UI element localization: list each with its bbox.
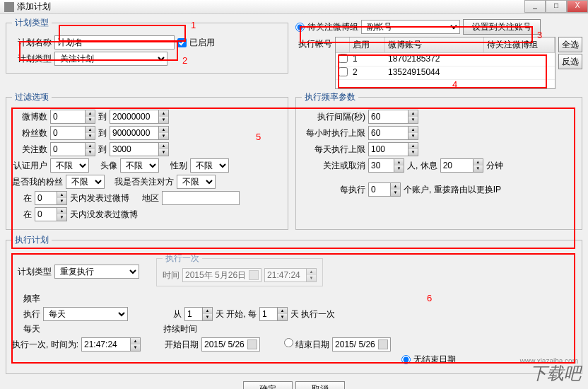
follow-from-input[interactable]: ▲▼	[50, 142, 95, 156]
cancel-button[interactable]: 取消	[295, 381, 345, 389]
exec-plantype-select[interactable]: 重复执行	[54, 265, 139, 279]
daylimit-label: 每天执行上限	[302, 144, 365, 156]
weibo-from-input[interactable]: ▲▼	[50, 110, 95, 124]
daily-time-input[interactable]: ▲▼	[81, 337, 141, 352]
exec-once-group: 执行一次 时间 2015年 5月26日 ▲▼	[156, 252, 323, 286]
annot-3: 3	[537, 30, 542, 40]
enabled-checkbox[interactable]	[177, 38, 187, 47]
exec-freq-select[interactable]: 每天	[43, 307, 128, 321]
plan-type-select[interactable]: 关注计划	[54, 52, 167, 66]
minimize-button[interactable]: _	[524, 0, 546, 13]
col-account: 微博账号	[385, 37, 484, 52]
avatar-label: 头像	[92, 160, 117, 172]
row-checkbox[interactable]	[339, 54, 348, 63]
group-radio[interactable]	[295, 23, 305, 32]
startdate-label: 开始日期	[165, 339, 199, 351]
filter-group: 过滤选项 微博数 ▲▼ 到 ▲▼ 粉丝数 ▲▼ 到 ▲▼ 关注数 ▲▼ 到 ▲▼…	[6, 91, 288, 230]
set-to-account-button[interactable]: 设置到关注账号	[463, 19, 541, 35]
exec-plan-group: 执行计划 计划类型 重复执行 执行一次 时间 2015年 5月26日 ▲▼ 频率…	[6, 234, 582, 374]
days-posted-input[interactable]: ▲▼	[35, 191, 67, 205]
close-button[interactable]: X	[567, 0, 588, 13]
interval-label: 执行间隔(秒)	[302, 111, 365, 123]
avatar-select[interactable]: 不限	[120, 158, 159, 173]
ok-button[interactable]: 确定	[243, 381, 293, 389]
calendar-icon	[249, 270, 259, 280]
account-table: 启用 微博账号 待关注微博组 1 18702185372 2 135249150…	[335, 37, 555, 89]
invert-button[interactable]: 反选	[558, 54, 582, 69]
select-all-button[interactable]: 全选	[558, 37, 582, 52]
plan-type-legend: 计划类型	[12, 17, 52, 29]
daylimit-input[interactable]: ▲▼	[368, 142, 418, 156]
once-time-input[interactable]: ▲▼	[264, 268, 317, 282]
from-day-input[interactable]: ▲▼	[184, 307, 213, 321]
dailytime-label: 执行一次, 时间为:	[12, 339, 78, 351]
exec-account-label: 执行帐号	[295, 37, 332, 50]
start-date-input[interactable]: 2015/ 5/26	[201, 337, 260, 352]
gender-select[interactable]: 不限	[190, 158, 229, 173]
plan-name-label: 计划名称	[12, 37, 52, 49]
group-radio-label: 待关注微博组	[307, 21, 358, 33]
plan-type-label: 计划类型	[12, 53, 52, 65]
fans-to-input[interactable]: ▲▼	[110, 126, 169, 140]
action-label: 关注或取消	[302, 160, 365, 172]
calendar-icon	[247, 339, 257, 349]
fans-from-input[interactable]: ▲▼	[50, 126, 95, 140]
window-title: 添加计划	[17, 1, 51, 13]
hourlimit-label: 每小时执行上限	[302, 127, 365, 139]
amifollow-select[interactable]: 不限	[177, 175, 216, 189]
follow-to-input[interactable]: ▲▼	[110, 142, 169, 156]
plan-type-group: 计划类型 计划名称 已启用 计划类型 关注计划	[6, 17, 288, 74]
gender-label: 性别	[162, 160, 187, 172]
col-enable: 启用	[350, 37, 385, 52]
rest-input[interactable]: ▲▼	[440, 158, 483, 173]
days-notposted-input[interactable]: ▲▼	[35, 207, 67, 221]
every-day-input[interactable]: ▲▼	[259, 307, 288, 321]
freq-group: 执行频率参数 执行间隔(秒) ▲▼ 每小时执行上限 ▲▼ 每天执行上限 ▲▼ 关…	[295, 91, 582, 230]
row-checkbox[interactable]	[339, 67, 348, 76]
freq-label: 频率	[12, 293, 40, 305]
annot-5: 5	[256, 132, 261, 142]
table-row[interactable]: 1 18702185372	[336, 53, 555, 66]
action-input[interactable]: ▲▼	[368, 158, 404, 173]
verify-select[interactable]: 不限	[50, 158, 89, 173]
verify-label: 认证用户	[12, 160, 47, 172]
no-end-radio[interactable]	[401, 355, 411, 364]
col-target: 待关注微博组	[484, 37, 555, 52]
maximize-button[interactable]: □	[546, 0, 567, 13]
once-date-input[interactable]: 2015年 5月26日	[182, 268, 261, 282]
duration-label: 持续时间	[163, 323, 197, 335]
ismyfan-label: 是否我的粉丝	[12, 176, 63, 188]
annot-6: 6	[427, 293, 432, 303]
end-date-radio[interactable]	[284, 338, 293, 347]
weibo-label: 微博数	[12, 111, 47, 123]
perexec-label: 每执行	[302, 184, 365, 196]
titlebar: 添加计划	[0, 0, 588, 14]
enabled-label: 已启用	[189, 37, 215, 49]
perexec-input[interactable]: ▲▼	[368, 182, 401, 197]
exec-label: 执行	[12, 308, 40, 320]
exec-plan-legend: 执行计划	[12, 234, 52, 246]
fans-label: 粉丝数	[12, 127, 47, 139]
filter-legend: 过滤选项	[12, 91, 52, 103]
table-row[interactable]: 2 13524915044	[336, 66, 555, 80]
exec-plantype-label: 计划类型	[12, 266, 52, 278]
region-label: 地区	[142, 192, 159, 204]
daily-label: 每天	[12, 323, 40, 335]
amifollow-label: 我是否关注对方	[114, 176, 174, 188]
app-icon	[4, 2, 14, 12]
region-input[interactable]	[162, 191, 240, 205]
annot-2: 2	[182, 55, 187, 66]
ismyfan-select[interactable]: 不限	[66, 175, 105, 189]
hourlimit-input[interactable]: ▲▼	[368, 126, 418, 140]
freq-legend: 执行频率参数	[302, 91, 358, 103]
annot-1: 1	[191, 20, 196, 30]
calendar-icon	[378, 339, 388, 349]
weibo-to-input[interactable]: ▲▼	[110, 110, 169, 124]
annot-4: 4	[452, 79, 457, 90]
follow-label: 关注数	[12, 144, 47, 156]
end-date-input[interactable]: 2015/ 5/26	[332, 337, 391, 352]
interval-input[interactable]: ▲▼	[368, 110, 418, 124]
plan-name-input[interactable]	[54, 35, 175, 50]
group-select[interactable]: 副帐号	[361, 20, 460, 34]
